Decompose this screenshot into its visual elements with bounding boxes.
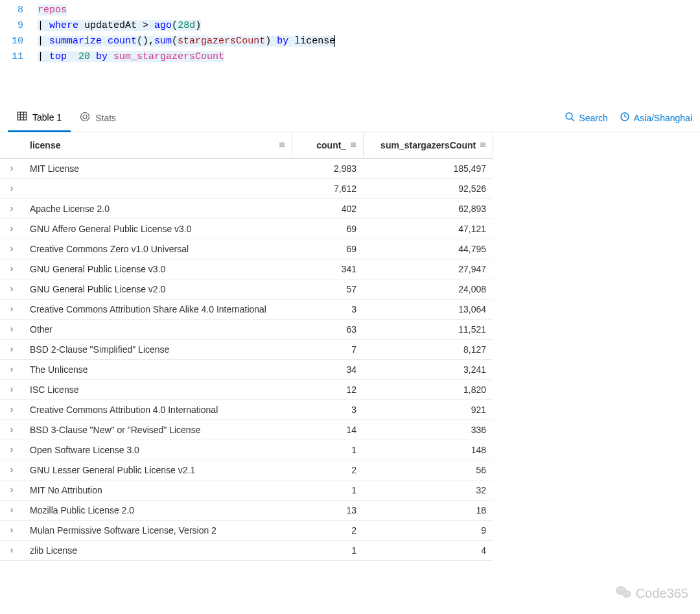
cell-license: Apache License 2.0: [23, 198, 292, 218]
table-icon: [17, 111, 27, 123]
column-sum-label: sum_stargazersCount: [380, 140, 476, 150]
expand-row-button[interactable]: ›: [0, 319, 23, 339]
table-row[interactable]: ›Mulan Permissive Software License, Vers…: [0, 520, 493, 540]
column-count[interactable]: count_ ≡: [292, 132, 363, 158]
expand-row-button[interactable]: ›: [0, 480, 23, 500]
table-row[interactable]: ›GNU Lesser General Public License v2.12…: [0, 460, 493, 480]
table-row[interactable]: ›BSD 2-Clause "Simplified" License78,127: [0, 339, 493, 359]
expand-row-button[interactable]: ›: [0, 500, 23, 520]
editor-line[interactable]: 9| where updatedAt > ago(28d): [0, 18, 700, 34]
column-sum[interactable]: sum_stargazersCount ≡: [363, 132, 493, 158]
table-row[interactable]: ›GNU Affero General Public License v3.06…: [0, 218, 493, 239]
expand-row-button[interactable]: ›: [0, 379, 23, 399]
expand-row-button[interactable]: ›: [0, 279, 23, 299]
chevron-right-icon: ›: [10, 384, 14, 394]
results-table: license ≡ count_ ≡ sum_stargazersCount ≡…: [0, 132, 493, 561]
chevron-right-icon: ›: [10, 183, 14, 193]
table-row[interactable]: ›zlib License14: [0, 540, 493, 560]
chevron-right-icon: ›: [10, 243, 14, 254]
editor-line[interactable]: 11| top 20 by sum_stargazersCount: [0, 49, 700, 65]
table-row[interactable]: ›Open Software License 3.01148: [0, 440, 493, 460]
column-license[interactable]: license ≡: [23, 132, 292, 158]
table-row[interactable]: ›Creative Commons Attribution Share Alik…: [0, 299, 493, 319]
cell-sum: 92,526: [363, 178, 493, 198]
expand-row-button[interactable]: ›: [0, 339, 23, 359]
table-row[interactable]: ›Apache License 2.040262,893: [0, 198, 493, 218]
cell-sum: 32: [363, 480, 493, 500]
expand-row-button[interactable]: ›: [0, 259, 23, 279]
chevron-right-icon: ›: [10, 163, 14, 173]
expand-row-button[interactable]: ›: [0, 520, 23, 540]
table-row[interactable]: ›BSD 3-Clause "New" or "Revised" License…: [0, 419, 493, 440]
table-row[interactable]: ›Creative Commons Attribution 4.0 Intern…: [0, 399, 493, 419]
table-row[interactable]: ›GNU General Public License v2.05724,008: [0, 279, 493, 299]
chevron-right-icon: ›: [10, 344, 14, 354]
expand-row-button[interactable]: ›: [0, 178, 23, 198]
svg-point-17: [627, 593, 629, 594]
expand-row-button[interactable]: ›: [0, 198, 23, 218]
code-content[interactable]: | top 20 by sum_stargazersCount: [38, 49, 700, 65]
table-row[interactable]: ›ISC License121,820: [0, 379, 493, 399]
search-button[interactable]: Search: [565, 112, 607, 124]
chevron-right-icon: ›: [10, 263, 14, 274]
code-content[interactable]: | summarize count(),sum(stargazersCount)…: [38, 34, 700, 49]
cell-count: 1: [292, 440, 363, 460]
cell-sum: 44,795: [363, 239, 493, 259]
cell-license: zlib License: [23, 540, 292, 560]
table-row[interactable]: ›GNU General Public License v3.034127,94…: [0, 259, 493, 279]
expand-row-button[interactable]: ›: [0, 460, 23, 480]
column-menu-icon[interactable]: ≡: [350, 140, 356, 150]
code-content[interactable]: repos: [38, 3, 700, 18]
expand-row-button[interactable]: ›: [0, 218, 23, 239]
expand-row-button[interactable]: ›: [0, 359, 23, 379]
expand-row-button[interactable]: ›: [0, 299, 23, 319]
chevron-right-icon: ›: [10, 504, 14, 515]
cell-count: 7,612: [292, 178, 363, 198]
expand-row-button[interactable]: ›: [0, 540, 23, 560]
chevron-right-icon: ›: [10, 484, 14, 495]
code-content[interactable]: | where updatedAt > ago(28d): [38, 18, 700, 34]
table-row[interactable]: ›The Unlicense343,241: [0, 359, 493, 379]
table-row[interactable]: ›Mozilla Public License 2.01318: [0, 500, 493, 520]
cell-count: 69: [292, 218, 363, 239]
tab-stats[interactable]: Stats: [71, 104, 125, 132]
expand-row-button[interactable]: ›: [0, 419, 23, 440]
table-row[interactable]: ›MIT License2,983185,497: [0, 158, 493, 178]
column-license-label: license: [30, 140, 60, 150]
query-editor[interactable]: 8repos9| where updatedAt > ago(28d)10| s…: [0, 0, 700, 104]
column-count-label: count_: [316, 140, 346, 150]
timezone-button[interactable]: Asia/Shanghai: [620, 112, 692, 124]
expand-row-button[interactable]: ›: [0, 399, 23, 419]
cell-count: 13: [292, 500, 363, 520]
watermark: Code365: [615, 585, 688, 602]
svg-point-16: [624, 593, 625, 594]
cell-license: MIT License: [23, 158, 292, 178]
table-row[interactable]: ›Other6311,521: [0, 319, 493, 339]
line-number: 10: [0, 34, 38, 49]
cell-sum: 1,820: [363, 379, 493, 399]
svg-rect-0: [18, 112, 27, 120]
cell-license: Creative Commons Attribution Share Alike…: [23, 299, 292, 319]
cell-sum: 24,008: [363, 279, 493, 299]
expand-row-button[interactable]: ›: [0, 239, 23, 259]
cell-sum: 921: [363, 399, 493, 419]
cell-license: Creative Commons Zero v1.0 Universal: [23, 239, 292, 259]
cell-sum: 148: [363, 440, 493, 460]
search-icon: [565, 112, 575, 124]
table-row[interactable]: ›Creative Commons Zero v1.0 Universal694…: [0, 239, 493, 259]
cell-license: BSD 2-Clause "Simplified" License: [23, 339, 292, 359]
chevron-right-icon: ›: [10, 464, 14, 475]
expand-row-button[interactable]: ›: [0, 158, 23, 178]
cell-sum: 18: [363, 500, 493, 520]
stats-icon: [80, 112, 90, 124]
tab-table[interactable]: Table 1: [8, 104, 71, 132]
expand-row-button[interactable]: ›: [0, 440, 23, 460]
cell-sum: 47,121: [363, 218, 493, 239]
chevron-right-icon: ›: [10, 424, 14, 434]
editor-line[interactable]: 10| summarize count(),sum(stargazersCoun…: [0, 34, 700, 49]
editor-line[interactable]: 8repos: [0, 3, 700, 18]
table-row[interactable]: ›MIT No Attribution132: [0, 480, 493, 500]
column-menu-icon[interactable]: ≡: [480, 140, 485, 150]
column-menu-icon[interactable]: ≡: [279, 140, 285, 150]
table-row[interactable]: ›7,61292,526: [0, 178, 493, 198]
